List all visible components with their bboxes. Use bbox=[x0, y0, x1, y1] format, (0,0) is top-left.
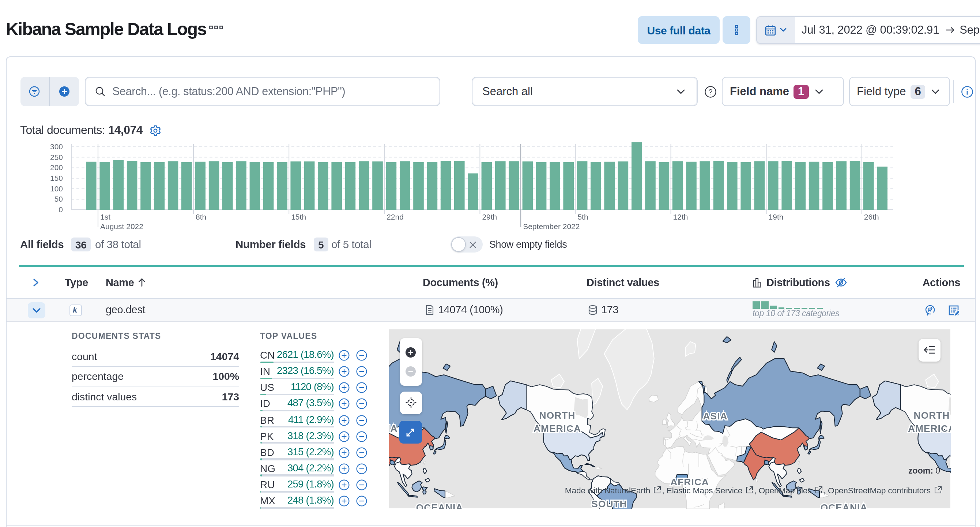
svg-text:15th: 15th bbox=[291, 212, 306, 221]
svg-text:150: 150 bbox=[50, 174, 63, 182]
svg-text:OCEANIA: OCEANIA bbox=[821, 503, 868, 509]
svg-text:19th: 19th bbox=[768, 212, 784, 221]
svg-text:200: 200 bbox=[50, 163, 63, 172]
svg-text:AMERICA: AMERICA bbox=[908, 423, 950, 434]
svg-text:22nd: 22nd bbox=[387, 212, 404, 221]
svg-text:0: 0 bbox=[59, 205, 63, 214]
svg-text:?: ? bbox=[708, 88, 712, 96]
svg-text:12th: 12th bbox=[673, 212, 688, 221]
svg-text:8th: 8th bbox=[196, 212, 206, 221]
svg-text:250: 250 bbox=[50, 153, 63, 161]
svg-text:29th: 29th bbox=[482, 212, 497, 221]
svg-text:OCEANIA: OCEANIA bbox=[416, 503, 463, 509]
svg-text:ASIA: ASIA bbox=[389, 423, 398, 434]
svg-text:ASIA: ASIA bbox=[703, 411, 727, 422]
svg-text:September 2022: September 2022 bbox=[523, 222, 579, 231]
svg-text:NORTH: NORTH bbox=[914, 410, 950, 421]
svg-text:26th: 26th bbox=[864, 212, 879, 221]
svg-text:SOUTH: SOUTH bbox=[591, 499, 627, 509]
svg-text:August 2022: August 2022 bbox=[100, 222, 143, 231]
svg-text:5th: 5th bbox=[578, 212, 588, 221]
svg-text:100: 100 bbox=[50, 184, 63, 193]
svg-text:NORTH: NORTH bbox=[539, 410, 576, 421]
svg-text:AMERICA: AMERICA bbox=[533, 423, 581, 434]
svg-text:50: 50 bbox=[54, 195, 63, 203]
svg-text:300: 300 bbox=[50, 142, 63, 151]
svg-text:1st: 1st bbox=[100, 212, 110, 221]
